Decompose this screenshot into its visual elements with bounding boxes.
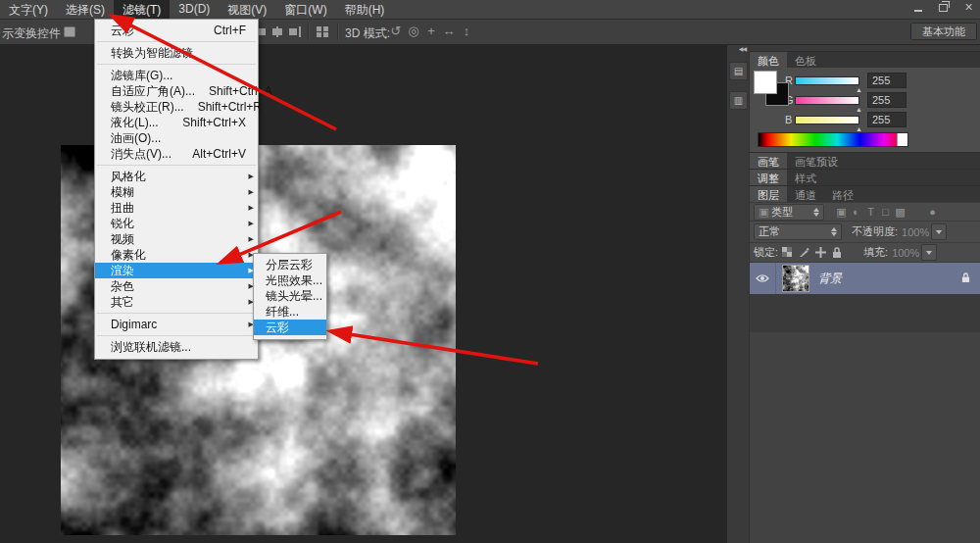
filter-menu-item-sharpen[interactable]: 锐化 (95, 216, 258, 231)
green-slider[interactable] (795, 96, 859, 105)
restore-icon (939, 4, 948, 12)
layer-filter-toggle-icon[interactable]: ● (925, 206, 940, 218)
filter-menu-item-smart-filters[interactable]: 转换为智能滤镜 (95, 45, 258, 61)
align-right-icon[interactable] (288, 25, 302, 38)
filter-pixel-layers-icon[interactable]: ▣ (834, 206, 849, 219)
red-value-field[interactable]: 255 (867, 73, 906, 88)
blend-mode-select[interactable]: 正常 (754, 223, 842, 240)
3d-roll-icon[interactable]: ◎ (406, 24, 421, 38)
tab-adjustments[interactable]: 调整 (750, 170, 787, 185)
filter-menu-item-liquify[interactable]: 液化(L)...Shift+Ctrl+X (95, 115, 258, 130)
blue-slider[interactable] (795, 116, 859, 124)
distribute-columns-icon[interactable] (316, 25, 329, 38)
filter-menu-item-pixelate[interactable]: 像素化 (95, 247, 258, 263)
menu-item-window[interactable]: 窗口(W) (275, 0, 335, 19)
fill-value[interactable]: 100% (892, 247, 919, 259)
filter-smart-objects-icon[interactable]: ▩ (893, 206, 907, 219)
filter-menu-item-distort[interactable]: 扭曲 (95, 200, 258, 216)
menu-item-type[interactable]: 文字(Y) (0, 0, 57, 19)
collapsed-panel-strip: ▤ ▥ (727, 44, 750, 543)
blue-slider-thumb[interactable] (856, 125, 862, 132)
minimize-button[interactable] (909, 1, 926, 14)
layer-filter-kind-select[interactable]: ▣ 类型 (754, 204, 824, 221)
lock-pixels-icon[interactable] (799, 247, 809, 258)
filter-menu-item-other[interactable]: 其它 (95, 294, 258, 310)
color-panel: R 255 G 255 B 255 (750, 68, 980, 152)
menu-item-3d[interactable]: 3D(D) (170, 0, 219, 19)
menu-bar: 文字(Y) 选择(S) 滤镜(T) 3D(D) 视图(V) 窗口(W) 帮助(H… (0, 0, 980, 20)
3d-pan-icon[interactable]: + (423, 24, 439, 38)
layer-thumbnail[interactable] (782, 265, 809, 292)
collapse-panels-icon[interactable] (739, 45, 746, 52)
fill-dropdown-icon[interactable] (921, 244, 937, 261)
submenu-item-difference-clouds[interactable]: 分层云彩 (254, 257, 326, 272)
filter-menu-item-oil-paint[interactable]: 油画(O)... (95, 130, 258, 146)
lock-all-icon[interactable] (832, 247, 842, 259)
blue-slider-label: B (785, 114, 795, 125)
foreground-color-swatch[interactable] (754, 71, 777, 94)
layer-visibility-toggle[interactable] (750, 263, 776, 294)
green-value-field[interactable]: 255 (867, 92, 906, 108)
tab-swatches[interactable]: 色板 (787, 52, 824, 68)
layer-row-background[interactable]: 背景 (750, 262, 980, 294)
workspace-switcher-button[interactable]: 基本功能 (910, 23, 977, 40)
reference-point-icon[interactable] (63, 25, 76, 38)
options-divider (337, 24, 338, 40)
green-slider-thumb[interactable] (856, 106, 862, 113)
filter-menu-item-noise[interactable]: 杂色 (95, 278, 258, 294)
filter-menu-item-last-filter[interactable]: 云彩Ctrl+F (95, 23, 258, 38)
filter-adjustment-layers-icon[interactable]: ◐ (849, 206, 863, 218)
filter-menu-item-browse-filters-online[interactable]: 浏览联机滤镜... (95, 339, 258, 355)
filter-menu-item-vanishing-point[interactable]: 消失点(V)...Alt+Ctrl+V (95, 146, 258, 162)
blue-value-field[interactable]: 255 (867, 112, 906, 127)
menu-item-help[interactable]: 帮助(H) (336, 0, 394, 19)
3d-orbit-icon[interactable]: ↺ (388, 24, 404, 38)
submenu-item-clouds[interactable]: 云彩 (254, 320, 326, 335)
align-center-icon[interactable] (270, 25, 284, 38)
tab-styles[interactable]: 样式 (787, 170, 824, 185)
layers-panel-tabs: 图层 通道 路径 (750, 185, 980, 202)
filter-menu-item-digimarc[interactable]: Digimarc (95, 317, 258, 332)
collapsed-panel-icon[interactable]: ▤ (729, 62, 748, 80)
menu-separator (97, 64, 256, 65)
tab-brush[interactable]: 画笔 (750, 153, 787, 169)
filter-menu-item-blur[interactable]: 模糊 (95, 184, 258, 200)
tab-layers[interactable]: 图层 (750, 186, 787, 202)
filter-menu-item-stylize[interactable]: 风格化 (95, 169, 258, 184)
tab-color[interactable]: 颜色 (750, 52, 787, 68)
layer-name[interactable]: 背景 (818, 271, 842, 287)
brush-panel-tabs: 画笔 画笔预设 (750, 152, 980, 169)
filter-shape-layers-icon[interactable]: □ (878, 206, 893, 218)
filter-menu-item-adaptive-wide-angle[interactable]: 自适应广角(A)...Shift+Ctrl+A (95, 83, 258, 99)
filter-menu-item-video[interactable]: 视频 (95, 231, 258, 247)
panel-dock: ▤ ▥ 颜色 色板 R 255 G 255 (727, 44, 980, 543)
submenu-item-fibers[interactable]: 纤维... (254, 304, 326, 320)
3d-slide-icon[interactable]: ↔ (441, 24, 457, 38)
submenu-item-lens-flare[interactable]: 镜头光晕... (254, 288, 326, 304)
opacity-value[interactable]: 100% (902, 226, 929, 238)
lock-transparency-icon[interactable] (782, 247, 793, 258)
submenu-item-lighting-effects[interactable]: 光照效果... (254, 272, 326, 288)
3d-scale-icon[interactable]: ↕ (459, 24, 474, 38)
menu-item-filter[interactable]: 滤镜(T) (114, 0, 170, 19)
lock-label: 锁定: (754, 245, 778, 260)
restore-button[interactable] (935, 1, 952, 14)
menu-item-select[interactable]: 选择(S) (57, 0, 114, 19)
filter-type-layers-icon[interactable]: T (863, 206, 878, 218)
filter-menu-item-filter-gallery[interactable]: 滤镜库(G)... (95, 68, 258, 83)
tab-brush-presets[interactable]: 画笔预设 (787, 153, 846, 169)
close-button[interactable] (960, 1, 977, 14)
filter-menu-item-lens-correction[interactable]: 镜头校正(R)...Shift+Ctrl+R (95, 99, 258, 115)
red-slider[interactable] (795, 76, 859, 85)
collapsed-panel-icon[interactable]: ▥ (729, 91, 748, 110)
render-submenu: 分层云彩 光照效果... 镜头光晕... 纤维... 云彩 (253, 253, 327, 340)
eye-icon (756, 273, 769, 283)
filter-menu-item-render[interactable]: 渲染 (95, 263, 258, 278)
tab-paths[interactable]: 路径 (824, 186, 861, 202)
color-spectrum-ramp[interactable] (758, 132, 908, 147)
opacity-dropdown-icon[interactable] (931, 223, 947, 240)
menu-item-view[interactable]: 视图(V) (219, 0, 275, 19)
tab-channels[interactable]: 通道 (787, 186, 824, 202)
red-slider-thumb[interactable] (856, 86, 862, 93)
lock-position-icon[interactable] (815, 247, 826, 258)
